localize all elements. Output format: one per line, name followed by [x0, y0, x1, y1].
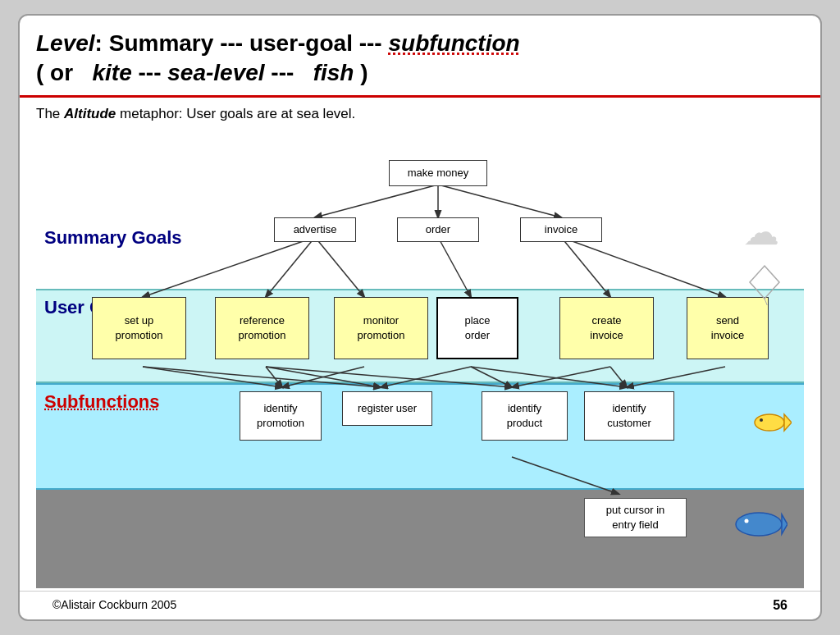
altitude-text: The Altitude metaphor: User goals are at…	[36, 106, 804, 122]
tooltip-box: put cursor in entry field	[584, 498, 687, 537]
sea-level-word: sea-level	[167, 60, 264, 85]
invoice-box: invoice	[520, 217, 602, 242]
copyright-text: ©Alistair Cockburn 2005	[52, 598, 176, 613]
svg-marker-28	[782, 514, 788, 534]
level-word: Level	[36, 30, 95, 56]
identify-promotion-box: identify promotion	[240, 391, 322, 441]
fish-icon	[746, 408, 792, 441]
diagram: Summary Goals User Goals Subfunctions	[36, 129, 804, 588]
set-up-promotion-box: set up promotion	[92, 297, 186, 359]
svg-marker-22	[750, 266, 779, 299]
slide: Level: Summary --- user-goal --- subfunc…	[18, 14, 822, 621]
svg-line-23	[765, 299, 768, 305]
underwater-fish-icon	[730, 508, 788, 542]
page-number: 56	[773, 598, 788, 613]
slide-header: Level: Summary --- user-goal --- subfunc…	[20, 16, 820, 98]
svg-marker-25	[784, 414, 792, 431]
kite-word: kite	[92, 60, 131, 85]
svg-point-29	[745, 519, 749, 523]
underground-band	[36, 490, 804, 588]
svg-line-2	[438, 185, 561, 217]
kite-icon	[748, 264, 781, 308]
register-user-box: register user	[342, 391, 432, 426]
monitor-promotion-box: monitor promotion	[334, 297, 428, 359]
svg-point-24	[755, 414, 784, 431]
order-box: order	[397, 217, 479, 242]
fish-word: fish	[313, 60, 354, 85]
cloud-icon: ☁	[743, 211, 779, 253]
summary-word: Summary	[109, 30, 214, 56]
subfunctions-label: Subfunctions	[44, 391, 160, 413]
svg-line-0	[315, 185, 438, 217]
user-goal-word: user-goal	[249, 30, 353, 56]
reference-promotion-box: reference promotion	[215, 297, 309, 359]
identify-product-box: identify product	[482, 391, 568, 441]
identify-customer-box: identify customer	[584, 391, 674, 441]
create-invoice-box: create invoice	[559, 297, 654, 359]
slide-footer: ©Alistair Cockburn 2005 56	[20, 591, 820, 619]
summary-goals-label: Summary Goals	[44, 227, 182, 249]
slide-title: Level: Summary --- user-goal --- subfunc…	[36, 29, 804, 89]
place-order-box: place order	[436, 297, 518, 359]
slide-content: The Altitude metaphor: User goals are at…	[20, 98, 820, 591]
svg-point-27	[736, 513, 782, 536]
svg-point-26	[760, 418, 763, 422]
advertise-box: advertise	[274, 217, 356, 242]
subfunction-word: subfunction	[388, 30, 519, 56]
make-money-box: make money	[389, 160, 487, 186]
